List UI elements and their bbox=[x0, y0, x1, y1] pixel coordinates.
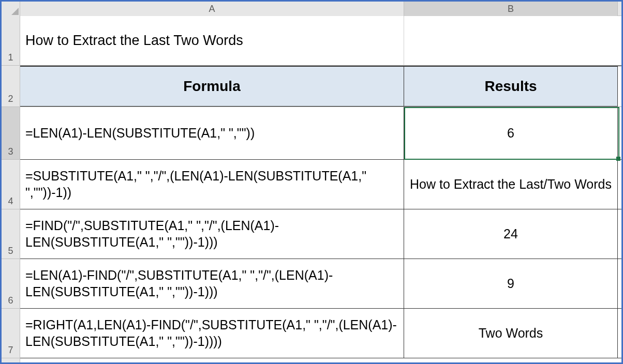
column-header-A[interactable]: A bbox=[20, 2, 404, 16]
cell-B6[interactable]: 9 bbox=[404, 259, 618, 308]
row-header-3[interactable]: 3 bbox=[2, 107, 20, 160]
row-header-2[interactable]: 2 bbox=[2, 66, 20, 107]
cell-A2-header-formula[interactable]: Formula bbox=[20, 66, 404, 107]
cell-B2-header-results[interactable]: Results bbox=[404, 66, 618, 107]
select-all-corner[interactable] bbox=[2, 2, 20, 16]
column-headers-row: A B bbox=[2, 2, 621, 16]
cell-A5[interactable]: =FIND("/",SUBSTITUTE(A1," ","/",(LEN(A1)… bbox=[20, 209, 404, 259]
cell-A4[interactable]: =SUBSTITUTE(A1," ","/",(LEN(A1)-LEN(SUBS… bbox=[20, 160, 404, 209]
cell-B4[interactable]: How to Extract the Last/Two Words bbox=[404, 160, 618, 209]
cell-B7-value: Two Words bbox=[479, 325, 543, 341]
cell-A3-formula: =LEN(A1)-LEN(SUBSTITUTE(A1," ","")) bbox=[25, 125, 255, 141]
row-header-6[interactable]: 6 bbox=[2, 259, 20, 309]
cell-B5[interactable]: 24 bbox=[404, 209, 618, 259]
row-header-1[interactable]: 1 bbox=[2, 16, 20, 66]
row-6: =LEN(A1)-FIND("/",SUBSTITUTE(A1," ","/",… bbox=[20, 259, 621, 309]
cell-B3-value: 6 bbox=[507, 125, 514, 141]
row-1: How to Extract the Last Two Words bbox=[20, 16, 621, 66]
cell-B7[interactable]: Two Words bbox=[404, 309, 618, 358]
cell-B4-value: How to Extract the Last/Two Words bbox=[410, 176, 612, 192]
row-header-5[interactable]: 5 bbox=[2, 209, 20, 259]
cell-A3[interactable]: =LEN(A1)-LEN(SUBSTITUTE(A1," ","")) bbox=[20, 107, 404, 159]
column-header-B[interactable]: B bbox=[404, 2, 618, 16]
row-headers-column: 1 2 3 4 5 6 7 bbox=[2, 16, 20, 364]
cell-A1-value: How to Extract the Last Two Words bbox=[25, 33, 243, 49]
row-header-8-partial[interactable] bbox=[2, 358, 20, 364]
cells-area: How to Extract the Last Two Words Formul… bbox=[20, 16, 621, 364]
cell-B6-value: 9 bbox=[507, 276, 514, 292]
cell-A6[interactable]: =LEN(A1)-FIND("/",SUBSTITUTE(A1," ","/",… bbox=[20, 259, 404, 308]
row-5: =FIND("/",SUBSTITUTE(A1," ","/",(LEN(A1)… bbox=[20, 209, 621, 259]
select-all-triangle-icon bbox=[11, 8, 19, 15]
cell-A6-formula: =LEN(A1)-FIND("/",SUBSTITUTE(A1," ","/",… bbox=[25, 267, 398, 300]
row-3: =LEN(A1)-LEN(SUBSTITUTE(A1," ","")) 6 bbox=[20, 107, 621, 160]
cell-B3[interactable]: 6 bbox=[404, 107, 618, 159]
cell-B5-value: 24 bbox=[503, 226, 518, 242]
cell-B1[interactable] bbox=[404, 16, 618, 65]
svg-marker-0 bbox=[11, 8, 19, 15]
cell-A7-formula: =RIGHT(A1,LEN(A1)-FIND("/",SUBSTITUTE(A1… bbox=[25, 317, 398, 350]
cell-A1[interactable]: How to Extract the Last Two Words bbox=[20, 16, 404, 65]
row-header-4[interactable]: 4 bbox=[2, 160, 20, 209]
grid-body: 1 2 3 4 5 6 7 How to Extract the Last Tw… bbox=[2, 16, 621, 364]
row-header-7[interactable]: 7 bbox=[2, 309, 20, 358]
cell-A4-formula: =SUBSTITUTE(A1," ","/",(LEN(A1)-LEN(SUBS… bbox=[25, 168, 398, 201]
row-2: Formula Results bbox=[20, 66, 621, 107]
row-4: =SUBSTITUTE(A1," ","/",(LEN(A1)-LEN(SUBS… bbox=[20, 160, 621, 209]
sheet-area: A B 1 2 3 4 5 6 7 How to Extract the Las… bbox=[2, 2, 621, 362]
cell-A5-formula: =FIND("/",SUBSTITUTE(A1," ","/",(LEN(A1)… bbox=[25, 218, 398, 250]
header-results-label: Results bbox=[484, 78, 537, 95]
spreadsheet-window: A B 1 2 3 4 5 6 7 How to Extract the Las… bbox=[0, 0, 623, 364]
row-7: =RIGHT(A1,LEN(A1)-FIND("/",SUBSTITUTE(A1… bbox=[20, 309, 621, 358]
cell-A7[interactable]: =RIGHT(A1,LEN(A1)-FIND("/",SUBSTITUTE(A1… bbox=[20, 309, 404, 358]
header-formula-label: Formula bbox=[183, 78, 240, 95]
